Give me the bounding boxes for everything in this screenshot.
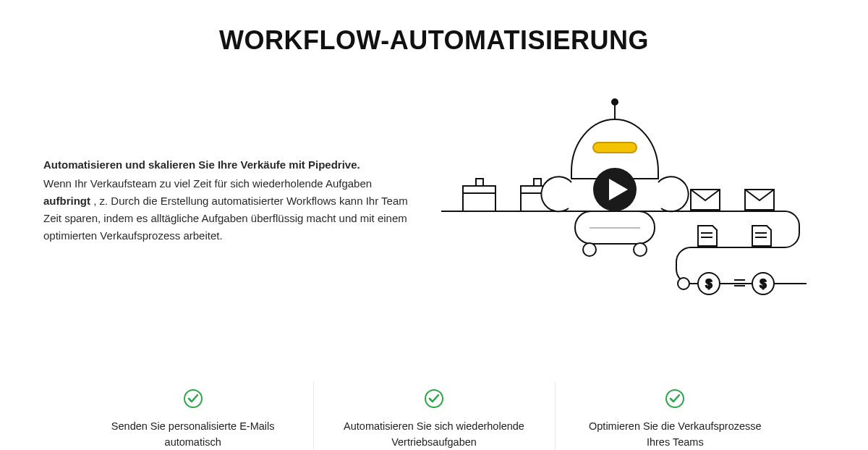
hero-body-post: , z. Durch die Erstellung automatisierte… <box>43 195 408 242</box>
benefit-optimize-sales: Optimieren Sie die Verkaufsprozesse Ihre… <box>555 381 796 450</box>
hero-text: Automatisieren und skalieren Sie Ihre Ve… <box>43 156 420 245</box>
benefit-label: Automatisieren Sie sich wiederholende Ve… <box>342 419 525 450</box>
svg-rect-6 <box>534 179 541 186</box>
hero-bold: aufbringt <box>43 195 90 207</box>
benefit-automate-tasks: Automatisieren Sie sich wiederholende Ve… <box>313 381 554 450</box>
benefit-emails: Senden Sie personalisierte E-Mails autom… <box>72 381 313 450</box>
svg-text:$: $ <box>706 278 712 290</box>
hero-section: Automatisieren und skalieren Sie Ihre Ve… <box>43 85 825 316</box>
benefit-label: Optimieren Sie die Verkaufsprozesse Ihre… <box>584 419 767 450</box>
benefit-label: Senden Sie personalisierte E-Mails autom… <box>101 419 284 450</box>
svg-point-13 <box>634 243 647 256</box>
svg-point-8 <box>612 99 618 105</box>
hero-body-pre: Wenn Ihr Verkaufsteam zu viel Zeit für s… <box>43 177 372 190</box>
check-circle-icon <box>665 389 685 409</box>
svg-point-12 <box>583 243 596 256</box>
play-icon <box>593 168 637 211</box>
svg-rect-3 <box>476 179 483 186</box>
play-video-button[interactable]: $ $ <box>434 85 825 316</box>
check-circle-icon <box>183 389 203 409</box>
check-circle-icon <box>424 389 444 409</box>
svg-text:$: $ <box>760 278 767 290</box>
page-title: WORKFLOW-AUTOMATISIERUNG <box>43 25 825 56</box>
hero-lead: Automatisieren und skalieren Sie Ihre Ve… <box>43 156 420 174</box>
svg-rect-9 <box>593 143 637 153</box>
svg-rect-1 <box>463 186 495 211</box>
robot-conveyor-icon: $ $ <box>441 85 817 316</box>
svg-point-28 <box>678 278 689 289</box>
benefits-row: Senden Sie personalisierte E-Mails autom… <box>43 381 825 450</box>
